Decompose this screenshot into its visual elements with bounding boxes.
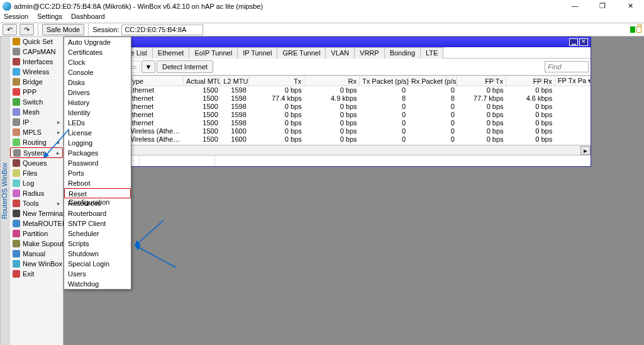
- sidebar-item-switch[interactable]: Switch: [10, 97, 63, 107]
- tab-bonding[interactable]: Bonding: [384, 47, 421, 59]
- submenu-ports[interactable]: Ports: [64, 168, 131, 178]
- table-row[interactable]: Wireless (Atheros AR9...150016000 bps0 b…: [65, 135, 591, 144]
- scroll-right-icon: ▸: [580, 146, 591, 155]
- cell: 0: [408, 119, 457, 127]
- col-header[interactable]: Tx: [249, 76, 304, 86]
- col-header[interactable]: FP Tx Pa ▾: [555, 76, 590, 86]
- cell: 0 bps: [304, 103, 360, 111]
- table-row[interactable]: Wireless (Atheros AR9...150016000 bps0 b…: [65, 127, 591, 135]
- safe-mode-button[interactable]: Safe Mode: [42, 24, 84, 35]
- sidebar-item-new-terminal[interactable]: New Terminal: [10, 208, 63, 218]
- menu-session[interactable]: Session: [4, 13, 28, 23]
- submenu-reboot[interactable]: Reboot: [64, 178, 131, 188]
- filter-button[interactable]: ▼: [142, 60, 155, 73]
- tab-gre-tunnel[interactable]: GRE Tunnel: [277, 47, 326, 59]
- win-close-icon[interactable]: ✕: [579, 38, 588, 46]
- cell: 1598: [221, 94, 249, 103]
- menu-dashboard[interactable]: Dashboard: [71, 13, 105, 23]
- sidebar-item-queues[interactable]: Queues: [10, 158, 63, 168]
- sidebar-item-capsman[interactable]: CAPsMAN: [10, 47, 63, 57]
- submenu-leds[interactable]: LEDs: [64, 118, 131, 128]
- submenu-routerboard[interactable]: Routerboard: [64, 208, 131, 218]
- submenu-scripts[interactable]: Scripts: [64, 239, 131, 249]
- cell: 0 bps: [457, 119, 506, 127]
- sidebar-icon: [13, 139, 20, 146]
- tab-lte[interactable]: LTE: [420, 47, 443, 59]
- minimize-button[interactable]: ―: [561, 0, 589, 13]
- forward-button[interactable]: ↷: [19, 24, 34, 35]
- sidebar-item-radius[interactable]: Radius: [10, 188, 63, 198]
- col-header[interactable]: FP Rx: [506, 76, 555, 86]
- sidebar-label: Switch: [23, 98, 43, 106]
- sidebar-item-tools[interactable]: Tools▸: [10, 198, 63, 208]
- submenu-watchdog[interactable]: Watchdog: [64, 279, 131, 289]
- submenu-packages[interactable]: Packages: [64, 148, 131, 158]
- submenu-resources[interactable]: Resources: [64, 198, 131, 208]
- col-header[interactable]: Tx Packet (p/s): [360, 76, 409, 86]
- back-button[interactable]: ↶: [3, 24, 17, 35]
- submenu-password[interactable]: Password: [64, 158, 131, 168]
- submenu-users[interactable]: Users: [64, 269, 131, 279]
- win-min-icon[interactable]: ▁: [569, 38, 578, 46]
- table-row[interactable]: ethernet1500159877.4 kbps4.9 kbps8877.7 …: [65, 94, 591, 103]
- submenu-clock[interactable]: Clock: [64, 57, 131, 67]
- sidebar-item-system[interactable]: System▸: [10, 147, 63, 158]
- col-header[interactable]: FP Tx: [457, 76, 506, 86]
- table-row[interactable]: ♦ether1Ethernet150015980 bps0 bps000 bps…: [65, 86, 591, 94]
- submenu-sntp-client[interactable]: SNTP Client: [64, 218, 131, 229]
- table-row[interactable]: ethernet150015980 bps0 bps000 bps0 bps: [65, 103, 591, 111]
- sidebar-item-ip[interactable]: IP▸: [10, 117, 63, 127]
- sidebar-item-mpls[interactable]: MPLS▸: [10, 127, 63, 137]
- sidebar-item-make-supout.rif[interactable]: Make Supout.rif: [10, 239, 63, 249]
- sidebar-item-new-winbox[interactable]: New WinBox: [10, 259, 63, 269]
- session-input[interactable]: [121, 25, 203, 35]
- submenu-console[interactable]: Console: [64, 67, 131, 77]
- tab-eoip-tunnel[interactable]: EoIP Tunnel: [189, 47, 238, 59]
- find-input[interactable]: [545, 61, 589, 72]
- sidebar-item-bridge[interactable]: Bridge: [10, 77, 63, 87]
- submenu-certificates[interactable]: Certificates: [64, 47, 131, 57]
- sidebar-item-routing[interactable]: Routing▸: [10, 137, 63, 147]
- submenu-logging[interactable]: Logging: [64, 138, 131, 148]
- cell: 0 bps: [457, 86, 506, 94]
- cell: 0: [360, 135, 409, 144]
- submenu-license[interactable]: License: [64, 128, 131, 138]
- horizontal-scrollbar[interactable]: ◂ ▸: [64, 145, 591, 155]
- maximize-button[interactable]: ❐: [589, 0, 616, 13]
- submenu-drivers[interactable]: Drivers: [64, 88, 131, 98]
- tab-ip-tunnel[interactable]: IP Tunnel: [237, 47, 277, 59]
- submenu-auto-upgrade[interactable]: Auto Upgrade: [64, 37, 131, 47]
- sidebar-item-quick-set[interactable]: Quick Set: [10, 37, 63, 47]
- col-header[interactable]: Rx: [304, 76, 360, 86]
- col-header[interactable]: Type: [126, 76, 184, 86]
- sidebar-item-manual[interactable]: Manual: [10, 249, 63, 259]
- table-row[interactable]: ethernet150015980 bps0 bps000 bps0 bps: [65, 111, 591, 119]
- cell: ethernet: [126, 103, 184, 111]
- sidebar-item-interfaces[interactable]: Interfaces: [10, 57, 63, 67]
- tab-vrrp[interactable]: VRRP: [354, 47, 385, 59]
- detect-internet-button[interactable]: Detect Internet: [157, 60, 213, 73]
- close-button[interactable]: ✕: [616, 0, 644, 13]
- submenu-shutdown[interactable]: Shutdown: [64, 249, 131, 259]
- sidebar-item-files[interactable]: Files: [10, 168, 63, 178]
- submenu-identity[interactable]: Identity: [64, 108, 131, 118]
- col-header[interactable]: L2 MTU: [221, 76, 249, 86]
- tab-vlan[interactable]: VLAN: [325, 47, 355, 59]
- submenu-disks[interactable]: Disks: [64, 77, 131, 88]
- sidebar-item-mesh[interactable]: Mesh: [10, 107, 63, 117]
- menu-settings[interactable]: Settings: [37, 13, 62, 23]
- sidebar-item-partition[interactable]: Partition: [10, 229, 63, 239]
- tab-ethernet[interactable]: Ethernet: [152, 47, 190, 59]
- submenu-special-login[interactable]: Special Login: [64, 259, 131, 269]
- sidebar-item-log[interactable]: Log: [10, 178, 63, 188]
- table-row[interactable]: ethernet150015980 bps0 bps000 bps0 bps: [65, 119, 591, 127]
- col-header[interactable]: Rx Packet (p/s): [408, 76, 457, 86]
- sidebar-item-exit[interactable]: Exit: [10, 269, 63, 279]
- submenu-reset-configuration[interactable]: Reset Configuration: [64, 188, 131, 198]
- sidebar-item-ppp[interactable]: PPP: [10, 87, 63, 97]
- sidebar-item-wireless[interactable]: Wireless: [10, 67, 63, 77]
- submenu-scheduler[interactable]: Scheduler: [64, 229, 131, 239]
- sidebar-item-metarouter[interactable]: MetaROUTER: [10, 218, 63, 229]
- col-header[interactable]: Actual MTU: [184, 76, 221, 86]
- submenu-history[interactable]: History: [64, 98, 131, 108]
